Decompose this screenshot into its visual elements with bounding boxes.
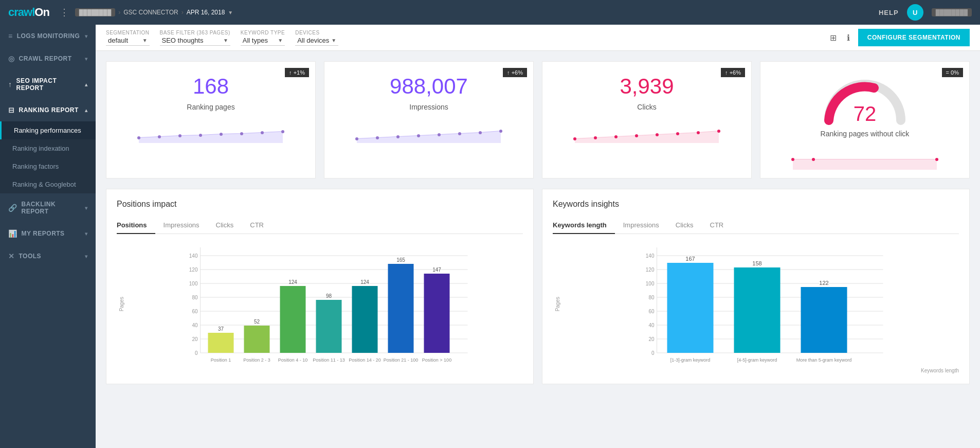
help-button[interactable]: HELP: [879, 9, 899, 16]
svg-text:Position 2 - 3: Position 2 - 3: [243, 357, 270, 363]
tab-impressions-kw[interactable]: Impressions: [615, 217, 667, 234]
keyword-type-filter: Keyword type All types ▼: [241, 30, 285, 46]
sidebar-item-backlink[interactable]: 🔗 BACKLINK REPORT ▾: [0, 193, 96, 222]
svg-point-11: [417, 134, 420, 137]
bar-position1: [208, 333, 234, 353]
devices-value: All devices: [297, 37, 329, 44]
kpi-value-ranking-pages: 168: [193, 74, 229, 99]
avatar[interactable]: U: [907, 4, 923, 21]
svg-text:Position 1: Position 1: [211, 357, 231, 363]
chevron-logs: ▾: [85, 33, 88, 39]
sidebar-item-ranking-report[interactable]: ⊟ RANKING REPORT ▴: [0, 99, 96, 121]
kpi-row: ↑ +1% 168 Ranking pages: [106, 61, 970, 178]
sidebar-label-ranking: RANKING REPORT: [19, 106, 79, 114]
svg-text:158: 158: [752, 260, 761, 266]
devices-select[interactable]: All devices ▼: [295, 35, 338, 46]
tab-ctr-pos[interactable]: CTR: [242, 217, 272, 234]
tab-clicks-pos[interactable]: Clicks: [208, 217, 242, 234]
svg-point-13: [458, 132, 461, 135]
menu-dots[interactable]: ⋮: [60, 7, 69, 18]
tab-clicks-kw[interactable]: Clicks: [667, 217, 702, 234]
chevron-seo: ▴: [85, 82, 88, 87]
svg-point-19: [635, 134, 638, 137]
seo-icon: ↑: [8, 80, 12, 88]
positions-y-label: Pages: [117, 297, 124, 311]
svg-text:Position 14 - 20: Position 14 - 20: [349, 357, 381, 363]
kpi-label-impressions: Impressions: [409, 103, 448, 111]
svg-point-17: [594, 136, 597, 139]
keywords-footer-label: Keywords length: [553, 368, 959, 373]
svg-text:120: 120: [189, 267, 198, 273]
kpi-card-impressions: ↑ +6% 988,007 Impressions: [324, 61, 534, 178]
svg-text:0: 0: [651, 350, 655, 356]
keywords-insights-title: Keywords insights: [553, 200, 959, 209]
logo-highlight: crawl: [8, 6, 34, 19]
svg-text:124: 124: [360, 279, 369, 285]
kpi-card-gauge: = 0% 72 Ranking pages without click: [760, 61, 970, 178]
chevron-ranking: ▴: [85, 107, 88, 113]
sidebar-item-logs-monitoring[interactable]: ≡ LOGS MONITORING ▾: [0, 25, 96, 47]
breadcrumb-item-3[interactable]: APR 16, 2018: [187, 9, 225, 16]
filter-bar-right: ⊞ ℹ CONFIGURE SEGMENTATION: [828, 29, 970, 46]
tab-keywords-length[interactable]: Keywords length: [553, 217, 615, 234]
content-area: Segmentation default ▼ Base filter (363 …: [96, 25, 980, 448]
logo-text: On: [34, 6, 49, 19]
kpi-label-gauge: Ranking pages without click: [821, 130, 910, 138]
chevron-crawl: ▾: [85, 56, 88, 62]
svg-point-8: [355, 137, 358, 140]
sidebar-subitem-ranking-indexation[interactable]: Ranking indexation: [0, 139, 96, 157]
tab-impressions-pos[interactable]: Impressions: [155, 217, 208, 234]
bar-5plus-gram: [801, 287, 847, 353]
kpi-label-ranking-pages: Ranking pages: [187, 103, 234, 111]
svg-text:Position 4 - 10: Position 4 - 10: [278, 357, 308, 363]
configure-segmentation-button[interactable]: CONFIGURE SEGMENTATION: [858, 29, 970, 46]
sidebar-subitem-ranking-googlebot[interactable]: Ranking & Googlebot: [0, 175, 96, 193]
svg-point-21: [676, 132, 679, 135]
segmentation-select[interactable]: default ▼: [106, 35, 150, 46]
sidebar-subitem-ranking-factors[interactable]: Ranking factors: [0, 157, 96, 175]
export-pdf-button[interactable]: ⊞: [828, 31, 839, 45]
kpi-card-ranking-pages: ↑ +1% 168 Ranking pages: [106, 61, 316, 178]
crawl-icon: ◎: [8, 55, 15, 63]
bar-position21-100: [388, 264, 414, 353]
sidebar-item-seo-impact[interactable]: ↑ SEO IMPACT REPORT ▴: [0, 70, 96, 99]
topbar: crawlOn ⋮ ████████ › GSC CONNECTOR › APR…: [0, 0, 980, 25]
keyword-type-select[interactable]: All types ▼: [241, 35, 285, 46]
svg-text:Position 11 - 13: Position 11 - 13: [313, 357, 345, 363]
breadcrumb-dropdown-icon[interactable]: ▼: [228, 10, 233, 15]
devices-arrow: ▼: [331, 38, 336, 43]
chevron-reports: ▾: [85, 231, 88, 237]
tab-positions[interactable]: Positions: [117, 217, 155, 234]
svg-text:60: 60: [648, 309, 655, 314]
svg-point-3: [199, 134, 202, 137]
svg-text:98: 98: [326, 293, 332, 299]
svg-point-0: [137, 136, 140, 139]
svg-text:60: 60: [192, 309, 198, 314]
svg-point-25: [812, 158, 815, 161]
svg-text:80: 80: [648, 295, 655, 300]
bar-4-5-gram: [734, 267, 781, 353]
sidebar-subitem-ranking-performances[interactable]: Ranking performances: [0, 121, 96, 139]
keyword-type-arrow: ▼: [278, 38, 283, 43]
kpi-value-impressions: 988,007: [390, 74, 468, 99]
kpi-badge-clicks: ↑ +6%: [721, 68, 745, 77]
svg-point-22: [697, 131, 700, 134]
info-button[interactable]: ℹ: [845, 31, 852, 45]
keywords-insights-tabs: Keywords length Impressions Clicks CTR: [553, 217, 959, 234]
sidebar-item-crawl-report[interactable]: ◎ CRAWL REPORT ▾: [0, 47, 96, 70]
sidebar-item-tools[interactable]: ✕ TOOLS ▾: [0, 245, 96, 267]
gauge-value: 72: [854, 102, 877, 126]
segmentation-filter: Segmentation default ▼: [106, 30, 150, 46]
sidebar-item-my-reports[interactable]: 📊 MY REPORTS ▾: [0, 222, 96, 245]
backlink-icon: 🔗: [8, 204, 17, 212]
segmentation-arrow: ▼: [142, 38, 148, 43]
base-filter: Base filter (363 pages) SEO thoughts ▼: [160, 30, 230, 46]
svg-text:More than 5-gram keyword: More than 5-gram keyword: [796, 357, 852, 363]
kpi-value-clicks: 3,939: [620, 74, 674, 99]
breadcrumb-item-2[interactable]: GSC CONNECTOR: [123, 9, 178, 16]
filter-bar: Segmentation default ▼ Base filter (363 …: [96, 25, 980, 51]
kpi-badge-gauge: = 0%: [942, 68, 963, 77]
tab-ctr-kw[interactable]: CTR: [702, 217, 732, 234]
svg-text:37: 37: [218, 326, 224, 332]
base-filter-select[interactable]: SEO thoughts ▼: [160, 35, 230, 46]
